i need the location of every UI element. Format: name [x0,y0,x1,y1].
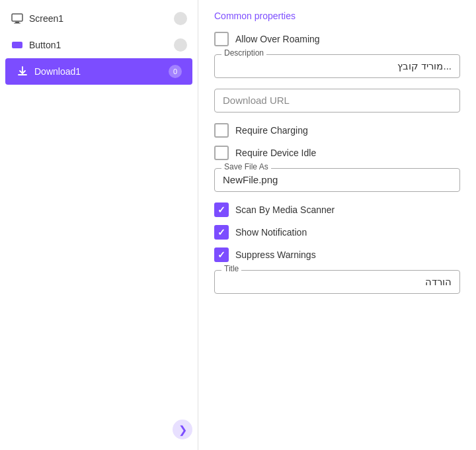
require-device-idle-row: Require Device Idle [214,146,460,160]
svg-rect-3 [12,42,22,48]
show-notification-label: Show Notification [235,227,307,238]
require-device-idle-checkbox[interactable] [214,146,229,160]
sidebar-item-button1[interactable]: Button1 [0,32,198,58]
require-charging-checkbox[interactable] [214,123,229,138]
show-notification-row: Show Notification [214,225,460,240]
section-title: Common properties [214,11,460,21]
download-icon [16,65,29,78]
sidebar-item-screen1-label: Screen1 [29,13,169,24]
title-field-label: Title [221,264,241,273]
title-input[interactable] [223,277,452,288]
scan-by-media-scanner-checkbox[interactable] [214,202,229,217]
sidebar-item-download1-label: Download1 [34,66,163,77]
allow-over-roaming-label: Allow Over Roaming [235,34,320,44]
save-file-as-input[interactable] [223,174,452,185]
screen-icon [11,12,24,25]
description-input[interactable] [223,61,452,72]
description-field-label: Description [221,48,266,58]
allow-over-roaming-checkbox[interactable] [214,32,229,46]
save-file-as-field: Save File As [214,168,460,192]
sidebar-item-screen1-badge [174,12,187,25]
expand-arrow-button[interactable]: ❯ [173,420,192,439]
sidebar-item-button1-label: Button1 [29,40,169,50]
button-icon [11,38,24,52]
require-charging-row: Require Charging [214,123,460,138]
description-field: Description [214,54,460,78]
save-file-as-label: Save File As [221,162,271,171]
suppress-warnings-checkbox[interactable] [214,248,229,262]
svg-rect-0 [12,14,22,21]
title-field: Title [214,270,460,294]
allow-over-roaming-row: Allow Over Roaming [214,32,460,46]
sidebar-item-download1[interactable]: Download1 0 [5,58,192,85]
scan-by-media-scanner-row: Scan By Media Scanner [214,202,460,217]
suppress-warnings-row: Suppress Warnings [214,248,460,262]
show-notification-checkbox[interactable] [214,225,229,240]
require-device-idle-label: Require Device Idle [235,148,316,158]
download-url-field [214,89,460,112]
download-url-input[interactable] [223,95,452,106]
right-panel: Common properties Allow Over Roaming Des… [198,0,476,450]
scan-by-media-scanner-label: Scan By Media Scanner [235,204,335,215]
sidebar-item-screen1[interactable]: Screen1 [0,5,198,32]
left-panel: Screen1 Button1 Download1 0 [0,0,198,450]
sidebar-item-download1-badge: 0 [169,65,182,78]
svg-rect-2 [14,23,20,24]
suppress-warnings-label: Suppress Warnings [235,249,316,260]
sidebar-item-button1-badge [174,38,187,52]
require-charging-label: Require Charging [235,125,308,136]
